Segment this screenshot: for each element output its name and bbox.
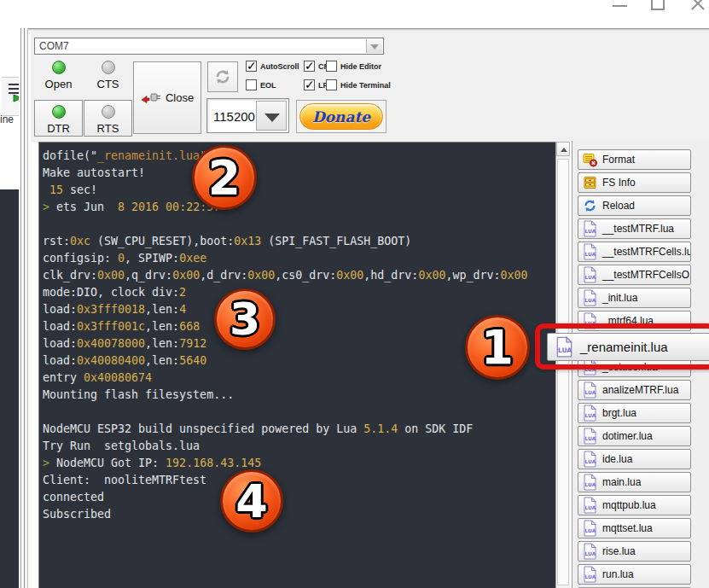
- file-button-label: mqttset.lua: [602, 522, 653, 534]
- checkbox-box[interactable]: [246, 61, 257, 72]
- file-button[interactable]: LUA__testMTRFCells.lua: [578, 242, 691, 262]
- open-led: [52, 61, 66, 74]
- file-button[interactable]: LUArun.lua: [578, 564, 691, 585]
- checkbox-lf[interactable]: LF: [304, 79, 328, 90]
- checkbox-box[interactable]: [326, 61, 337, 72]
- lua-file-icon: LUA: [583, 520, 597, 537]
- file-button[interactable]: LUAbrgt.lua: [578, 403, 691, 423]
- file-button-label: dotimer.lua: [602, 430, 653, 442]
- lua-file-icon: LUA: [555, 336, 573, 358]
- file-button-label: brgt.lua: [602, 407, 636, 419]
- callout-number: 3: [230, 294, 260, 345]
- chevron-down-icon[interactable]: [366, 39, 382, 53]
- lua-file-icon: LUA: [583, 381, 597, 399]
- rts-label: RTS: [97, 122, 119, 135]
- background-terminal-area: [0, 189, 19, 588]
- file-button-label: FS Info: [602, 177, 636, 189]
- file-button-label: run.lua: [602, 568, 634, 580]
- checkbox-box[interactable]: [304, 61, 315, 72]
- plug-disconnect-icon: [141, 90, 161, 106]
- lua-file-icon: LUA: [583, 289, 597, 306]
- checkbox-box[interactable]: [326, 79, 337, 90]
- svg-text:LUA: LUA: [585, 412, 596, 418]
- file-button[interactable]: LUAide.lua: [578, 449, 691, 469]
- callout-badge-2: 2: [192, 145, 257, 210]
- highlighted-file-button[interactable]: LUA _renameinit.lua: [547, 333, 709, 361]
- file-button-label: _init.lua: [602, 292, 637, 304]
- callout-badge-3: 3: [214, 288, 276, 350]
- baud-rate-select[interactable]: 115200: [206, 98, 289, 133]
- format-icon: [583, 151, 597, 168]
- com-port-value: COM7: [39, 40, 69, 52]
- file-button-label: mqttpub.lua: [602, 499, 656, 511]
- lua-file-icon: LUA: [583, 243, 597, 260]
- file-button-label: rise.lua: [602, 545, 636, 557]
- checkbox-label: Hide Terminal: [340, 81, 391, 90]
- donate-label: Donate: [299, 103, 383, 130]
- scroll-up-icon[interactable]: [556, 142, 570, 156]
- checkbox-autoscroll[interactable]: AutoScroll: [246, 61, 299, 72]
- close-icon[interactable]: [691, 0, 705, 11]
- file-button-label: __testMTRFCellsO...: [602, 269, 691, 281]
- lua-file-icon: LUA: [583, 451, 597, 468]
- lua-file-icon: LUA: [583, 474, 597, 491]
- panel-button-reload[interactable]: Reload: [578, 195, 691, 216]
- rts-button[interactable]: RTS: [84, 100, 132, 137]
- panel-button-format[interactable]: Format: [578, 149, 691, 170]
- highlighted-file-label: _renameinit.lua: [580, 340, 668, 354]
- file-button[interactable]: LUAdotimer.lua: [578, 426, 691, 446]
- maximize-icon[interactable]: [651, 0, 665, 10]
- svg-text:LUA: LUA: [558, 346, 572, 354]
- refresh-ports-button[interactable]: [207, 61, 238, 92]
- file-button[interactable]: LUA__testMTRF.lua: [578, 218, 691, 239]
- checkbox-eol[interactable]: EOL: [246, 79, 276, 90]
- baud-rate-value: 115200: [213, 109, 255, 124]
- checkbox-box[interactable]: [304, 79, 315, 90]
- close-port-button[interactable]: Close: [133, 61, 201, 134]
- file-button[interactable]: LUAmain.lua: [578, 472, 691, 492]
- callout-number: 2: [208, 150, 241, 205]
- svg-text:LUA: LUA: [585, 435, 596, 441]
- lua-file-icon: LUA: [583, 405, 597, 422]
- chevron-down-icon[interactable]: [256, 101, 287, 131]
- scrollbar-thumb[interactable]: [557, 159, 569, 585]
- cts-led: [102, 61, 115, 74]
- svg-text:LUA: LUA: [585, 527, 596, 533]
- svg-text:LUA: LUA: [585, 481, 596, 487]
- svg-text:LUA: LUA: [585, 228, 596, 234]
- callout-badge-1: 1: [465, 315, 530, 380]
- svg-text:LUA: LUA: [585, 251, 596, 257]
- file-button[interactable]: LUArise.lua: [578, 541, 691, 562]
- lua-file-icon: LUA: [583, 266, 597, 283]
- file-button-label: analizeMTRF.lua: [602, 384, 678, 396]
- file-button-label: ide.lua: [602, 453, 632, 465]
- checkbox-hide-terminal[interactable]: Hide Terminal: [326, 79, 391, 90]
- minimize-icon[interactable]: [613, 0, 627, 7]
- file-button-label: Reload: [602, 200, 635, 212]
- checkbox-hide-editor[interactable]: Hide Editor: [326, 61, 381, 72]
- file-button[interactable]: LUAmqttset.lua: [578, 518, 691, 539]
- file-button[interactable]: LUAmqttpub.lua: [578, 495, 691, 515]
- open-button[interactable]: Open: [34, 59, 83, 90]
- lua-file-icon: LUA: [583, 220, 597, 237]
- file-button[interactable]: LUA__testMTRFCellsO...: [578, 265, 691, 285]
- donate-button[interactable]: Donate: [296, 100, 386, 133]
- esplorer-screenshot: ine COM7 Open CTS DTR RTS Close: [0, 0, 709, 588]
- callout-badge-4: 4: [220, 469, 283, 533]
- file-button[interactable]: LUA_init.lua: [578, 288, 691, 308]
- lua-file-icon: LUA: [583, 566, 597, 583]
- lua-file-icon: LUA: [583, 543, 597, 560]
- file-button-label: __testMTRF.lua: [602, 223, 674, 235]
- checkbox-label: EOL: [260, 81, 276, 90]
- checkbox-box[interactable]: [246, 79, 257, 90]
- com-port-select[interactable]: COM7: [34, 38, 384, 55]
- panel-button-fs-info[interactable]: FS Info: [578, 172, 691, 193]
- svg-text:LUA: LUA: [585, 458, 596, 464]
- file-button[interactable]: LUAanalizeMTRF.lua: [578, 380, 691, 400]
- dtr-button[interactable]: DTR: [34, 100, 83, 137]
- lua-file-icon: LUA: [583, 497, 597, 514]
- cts-label: CTS: [97, 78, 119, 90]
- checkbox-label: Hide Editor: [340, 62, 381, 71]
- svg-text:LUA: LUA: [585, 573, 596, 579]
- reload-icon: [583, 197, 597, 214]
